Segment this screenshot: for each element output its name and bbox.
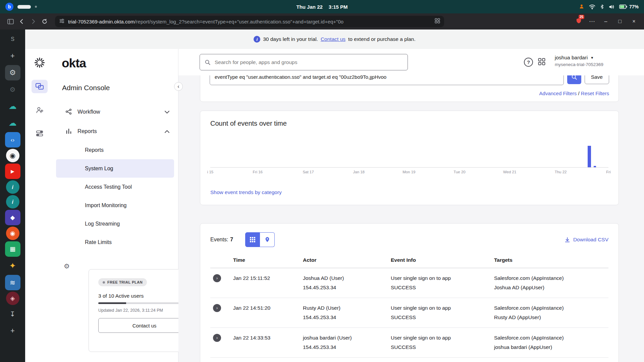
cloud-app-2[interactable]: ☁ <box>5 115 20 131</box>
extension-badge: 25 <box>579 15 584 19</box>
expand-row-icon[interactable]: › <box>213 274 221 282</box>
code-editor-app[interactable]: ‹› <box>5 132 20 147</box>
wifi-icon[interactable] <box>589 4 595 9</box>
global-search[interactable] <box>200 54 408 70</box>
youtube-app[interactable]: ▶ <box>5 164 20 179</box>
cell-actor: Rusty AD (User)154.45.253.34 <box>303 303 391 322</box>
admin-console-title: Admin Console <box>62 84 110 92</box>
info-app-1[interactable]: i <box>6 180 19 194</box>
url-bar[interactable]: trial-7052369-admin.okta.com/report/syst… <box>55 16 444 27</box>
orange-app[interactable]: ◉ <box>6 227 19 240</box>
menubar-dot-icon <box>35 6 37 8</box>
grid-view-icon <box>250 237 256 243</box>
query-input[interactable]: eventType eq "user.authentication.sso" a… <box>210 75 564 85</box>
settings-nav-icon[interactable]: ⚙ <box>64 262 70 270</box>
trial-progress-fill <box>98 302 126 304</box>
chevron-down-icon <box>165 109 169 115</box>
events-table-card: Events: 7 Download CSV <box>200 223 619 362</box>
cell-time: Jan 22 14:51:20 <box>233 303 303 322</box>
help-button[interactable]: ? <box>524 58 533 67</box>
menubar-clock: Thu Jan 22 3:15 PM <box>296 4 347 10</box>
rail-dashboard-item[interactable] <box>32 80 48 93</box>
dashboard-cards-icon <box>36 83 44 90</box>
chart-tick-label: Mon 19 <box>402 170 415 174</box>
search-icon <box>571 75 577 80</box>
adblock-extension-icon[interactable]: 25 <box>576 18 582 25</box>
chart-title: Count of events over time <box>210 120 608 127</box>
new-workspace-button[interactable]: + <box>5 48 20 64</box>
reset-filters-link[interactable]: Reset Filters <box>581 90 609 96</box>
system-menubar: b Thu Jan 22 3:15 PM 77% <box>0 0 644 13</box>
chart-bar <box>588 146 591 167</box>
cell-actor: Joshua AD (User)154.45.253.34 <box>303 274 391 292</box>
settings-app-active[interactable]: ⚙ <box>5 65 20 80</box>
settings-app[interactable]: ⚙ <box>5 82 20 97</box>
search-input[interactable] <box>215 59 403 65</box>
event-trends-link[interactable]: Show event trends by category <box>210 189 282 195</box>
cell-event-info: User single sign on to appSUCCESS <box>391 303 494 322</box>
okta-admin-page: i 30 days left in your trial. Contact us… <box>25 29 644 362</box>
chart-tick-label: i 15 <box>207 170 214 174</box>
sidebar-item-access-testing-tool[interactable]: Access Testing Tool <box>56 178 174 196</box>
table-view-toggle[interactable] <box>245 232 260 247</box>
nav-item-workflow[interactable]: Workflow <box>54 102 178 121</box>
back-button[interactable] <box>16 16 28 27</box>
forward-button[interactable] <box>28 16 39 27</box>
sidebar-item-reports[interactable]: Reports <box>56 141 174 159</box>
map-view-toggle[interactable] <box>260 232 275 247</box>
database-app[interactable]: ≋ <box>5 275 20 290</box>
url-text: trial-7052369-admin.okta.com/report/syst… <box>68 19 435 24</box>
sidebar-item-system-log[interactable]: System Log <box>56 159 174 178</box>
maroon-app[interactable]: ◈ <box>6 292 19 305</box>
advanced-filters-link[interactable]: Advanced Filters <box>539 90 577 96</box>
menubar-date: Thu Jan 22 <box>296 4 322 10</box>
expand-row-icon[interactable]: › <box>213 334 221 342</box>
okta-sidebar: okta Admin Console Workflow Reports <box>25 49 178 362</box>
rail-add-user-item[interactable] <box>32 103 48 117</box>
site-settings-icon[interactable] <box>59 18 65 25</box>
apps-grid-icon[interactable] <box>538 58 545 67</box>
trial-plan-badge: FREE TRIAL PLAN <box>98 278 147 286</box>
save-button[interactable]: Save <box>585 75 609 84</box>
contact-us-button[interactable]: Contact us <box>98 318 191 333</box>
info-app-2[interactable]: i <box>6 195 19 208</box>
sidebar-toggle-icon[interactable] <box>5 16 16 27</box>
sidebar-item-rate-limits[interactable]: Rate Limits <box>56 233 174 251</box>
menubar-app-icon[interactable]: b <box>5 3 13 11</box>
rail-settings-item[interactable] <box>32 127 48 140</box>
table-row[interactable]: › Jan 22 14:51:20 Rusty AD (User)154.45.… <box>210 298 608 328</box>
search-filter-card: eventType eq "user.authentication.sso" a… <box>200 75 619 102</box>
col-actor: Actor <box>303 257 391 263</box>
sidebar-item-log-streaming[interactable]: Log Streaming <box>56 215 174 233</box>
query-search-button[interactable] <box>567 75 581 84</box>
close-button[interactable]: × <box>631 18 637 24</box>
user-menu[interactable]: joshua bardari ▾ myseneca-trial-7052369 <box>555 55 603 67</box>
maximize-button[interactable]: □ <box>616 18 623 24</box>
browser-menu-icon[interactable]: ⋯ <box>589 18 595 25</box>
github-app[interactable]: ◉ <box>6 149 19 162</box>
trial-banner-text-after: to extend or purchase a plan. <box>348 36 416 42</box>
sparkle-app[interactable]: ✦ <box>5 258 20 274</box>
sidebar-icon-rail <box>25 49 54 362</box>
table-row[interactable]: › Jan 22 15:11:52 Joshua AD (User)154.45… <box>210 268 608 298</box>
minimize-button[interactable]: – <box>602 18 609 24</box>
reading-list-icon[interactable] <box>435 18 440 25</box>
add-button[interactable]: + <box>5 323 20 339</box>
workspace-letter[interactable]: S <box>5 32 20 47</box>
expand-row-icon[interactable]: › <box>213 304 221 312</box>
downloads-button[interactable]: ↧ <box>5 306 20 322</box>
volume-icon[interactable] <box>609 4 614 9</box>
cell-targets: Salesforce.com (AppInstance)Rusty AD (Ap… <box>494 303 608 322</box>
trial-contact-link[interactable]: Contact us <box>321 36 345 42</box>
bluetooth-icon[interactable] <box>600 4 604 9</box>
table-row[interactable]: › Jan 22 14:33:53 joshua bardari (User)1… <box>210 328 608 358</box>
sidebar-collapse-button[interactable]: ‹ <box>174 82 183 91</box>
purple-app[interactable]: ◆ <box>5 210 20 225</box>
nav-item-reports[interactable]: Reports <box>54 121 178 141</box>
events-count: 7 <box>230 237 233 243</box>
sidebar-item-import-monitoring[interactable]: Import Monitoring <box>56 196 174 215</box>
cloud-app-1[interactable]: ☁ <box>5 99 20 114</box>
download-csv-link[interactable]: Download CSV <box>565 237 608 243</box>
sheets-app[interactable]: ▦ <box>5 241 20 257</box>
reload-button[interactable] <box>39 16 50 27</box>
